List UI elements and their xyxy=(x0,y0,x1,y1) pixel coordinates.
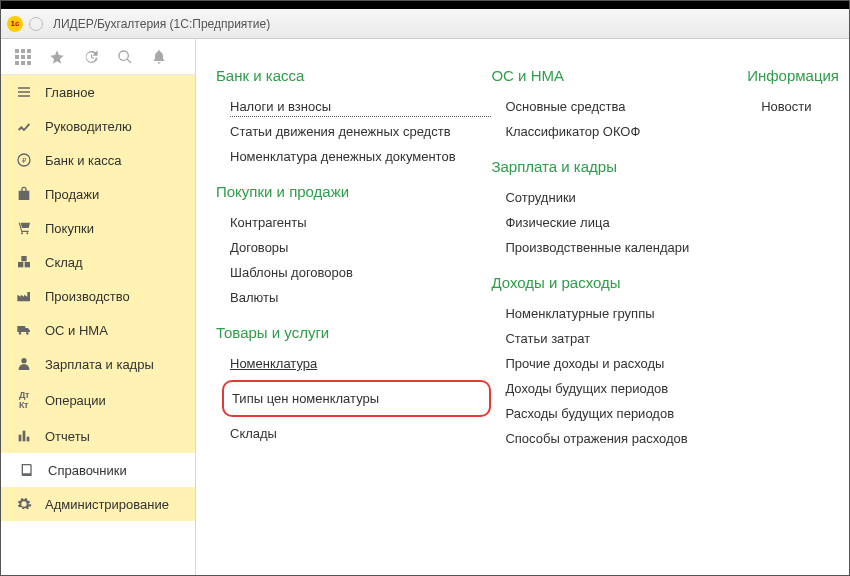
svg-rect-5 xyxy=(25,262,30,267)
sidebar-item-label: Склад xyxy=(45,255,83,270)
svg-rect-8 xyxy=(19,435,22,442)
person-icon xyxy=(15,356,33,372)
sidebar-item-label: Покупки xyxy=(45,221,94,236)
link-future-income[interactable]: Доходы будущих периодов xyxy=(491,376,747,401)
link-contract-templates[interactable]: Шаблоны договоров xyxy=(216,260,491,285)
section-assets[interactable]: ОС и НМА xyxy=(491,67,747,84)
menu-icon xyxy=(15,84,33,100)
sidebar-item-label: Справочники xyxy=(48,463,127,478)
link-counterparties[interactable]: Контрагенты xyxy=(216,210,491,235)
link-okof[interactable]: Классификатор ОКОФ xyxy=(491,119,747,144)
factory-icon xyxy=(15,288,33,304)
section-bank[interactable]: Банк и касса xyxy=(216,67,491,84)
link-individuals[interactable]: Физические лица xyxy=(491,210,747,235)
bell-icon[interactable] xyxy=(151,49,167,65)
ruble-icon: ₽ xyxy=(15,152,33,168)
history-icon[interactable] xyxy=(83,49,99,65)
cart-icon xyxy=(15,220,33,236)
sidebar-item-manager[interactable]: Руководителю xyxy=(1,109,195,143)
book-icon xyxy=(18,462,36,478)
link-contracts[interactable]: Договоры xyxy=(216,235,491,260)
svg-rect-10 xyxy=(27,437,30,442)
sidebar-item-label: Продажи xyxy=(45,187,99,202)
window-title: ЛИДЕР/Бухгалтерия (1С:Предприятие) xyxy=(53,17,270,31)
sidebar-item-main[interactable]: Главное xyxy=(1,75,195,109)
section-income-expense[interactable]: Доходы и расходы xyxy=(491,274,747,291)
truck-icon xyxy=(15,322,33,338)
boxes-icon xyxy=(15,254,33,270)
sidebar-item-label: Операции xyxy=(45,393,106,408)
sidebar-item-label: Руководителю xyxy=(45,119,132,134)
svg-text:₽: ₽ xyxy=(22,156,27,165)
link-employees[interactable]: Сотрудники xyxy=(491,185,747,210)
link-taxes[interactable]: Налоги и взносы xyxy=(230,94,491,119)
link-currencies[interactable]: Валюты xyxy=(216,285,491,310)
section-goods[interactable]: Товары и услуги xyxy=(216,324,491,341)
link-expense-methods[interactable]: Способы отражения расходов xyxy=(491,426,747,451)
svg-rect-9 xyxy=(23,431,26,442)
sidebar-item-assets[interactable]: ОС и НМА xyxy=(1,313,195,347)
link-price-types[interactable]: Типы цен номенклатуры xyxy=(224,386,481,411)
app-logo-icon: 1с xyxy=(7,16,23,32)
link-warehouses[interactable]: Склады xyxy=(216,421,491,446)
sidebar-item-production[interactable]: Производство xyxy=(1,279,195,313)
chart-line-icon xyxy=(15,118,33,134)
svg-rect-6 xyxy=(21,256,26,261)
sidebar-item-reports[interactable]: Отчеты xyxy=(1,419,195,453)
sidebar-item-purchases[interactable]: Покупки xyxy=(1,211,195,245)
sidebar-item-label: Главное xyxy=(45,85,95,100)
bars-icon xyxy=(15,428,33,444)
link-fixed-assets[interactable]: Основные средства xyxy=(491,94,747,119)
sidebar: Главное Руководителю ₽ Банк и касса Прод… xyxy=(1,39,196,575)
sidebar-item-sales[interactable]: Продажи xyxy=(1,177,195,211)
svg-point-2 xyxy=(21,232,23,234)
sidebar-item-hr[interactable]: Зарплата и кадры xyxy=(1,347,195,381)
sidebar-item-operations[interactable]: ДтКт Операции xyxy=(1,381,195,419)
highlight-price-types: Типы цен номенклатуры xyxy=(222,380,491,417)
sidebar-item-label: Производство xyxy=(45,289,130,304)
sidebar-item-label: Банк и касса xyxy=(45,153,122,168)
link-nomenclature[interactable]: Номенклатура xyxy=(216,351,491,376)
section-info[interactable]: Информация xyxy=(747,67,839,84)
sidebar-item-label: Зарплата и кадры xyxy=(45,357,154,372)
sidebar-toolbar xyxy=(1,39,195,75)
round-button-icon[interactable] xyxy=(29,17,43,31)
svg-point-3 xyxy=(26,232,28,234)
link-other-income-expense[interactable]: Прочие доходы и расходы xyxy=(491,351,747,376)
sidebar-item-label: Отчеты xyxy=(45,429,90,444)
content-area: Банк и касса Налоги и взносы Статьи движ… xyxy=(196,39,849,575)
link-future-expense[interactable]: Расходы будущих периодов xyxy=(491,401,747,426)
link-nomenclature-groups[interactable]: Номенклатурные группы xyxy=(491,301,747,326)
link-calendars[interactable]: Производственные календари xyxy=(491,235,747,260)
link-news[interactable]: Новости xyxy=(747,94,839,119)
bag-icon xyxy=(15,186,33,202)
sidebar-item-admin[interactable]: Администрирование xyxy=(1,487,195,521)
link-cashflow-articles[interactable]: Статьи движения денежных средств xyxy=(216,119,491,144)
svg-point-7 xyxy=(21,358,26,363)
section-buy-sell[interactable]: Покупки и продажи xyxy=(216,183,491,200)
titlebar: 1с ЛИДЕР/Бухгалтерия (1С:Предприятие) xyxy=(1,9,849,39)
gear-icon xyxy=(15,496,33,512)
sidebar-item-label: Администрирование xyxy=(45,497,169,512)
link-cost-items[interactable]: Статьи затрат xyxy=(491,326,747,351)
sidebar-item-bank[interactable]: ₽ Банк и касса xyxy=(1,143,195,177)
star-icon[interactable] xyxy=(49,49,65,65)
sidebar-item-label: ОС и НМА xyxy=(45,323,108,338)
section-hr[interactable]: Зарплата и кадры xyxy=(491,158,747,175)
apps-grid-icon[interactable] xyxy=(15,49,31,65)
sidebar-item-warehouse[interactable]: Склад xyxy=(1,245,195,279)
svg-rect-4 xyxy=(18,262,23,267)
link-cash-docs-nomenclature[interactable]: Номенклатура денежных документов xyxy=(216,144,491,169)
nav: Главное Руководителю ₽ Банк и касса Прод… xyxy=(1,75,195,575)
sidebar-item-directories[interactable]: Справочники xyxy=(1,453,195,487)
debit-credit-icon: ДтКт xyxy=(15,390,33,410)
search-icon[interactable] xyxy=(117,49,133,65)
